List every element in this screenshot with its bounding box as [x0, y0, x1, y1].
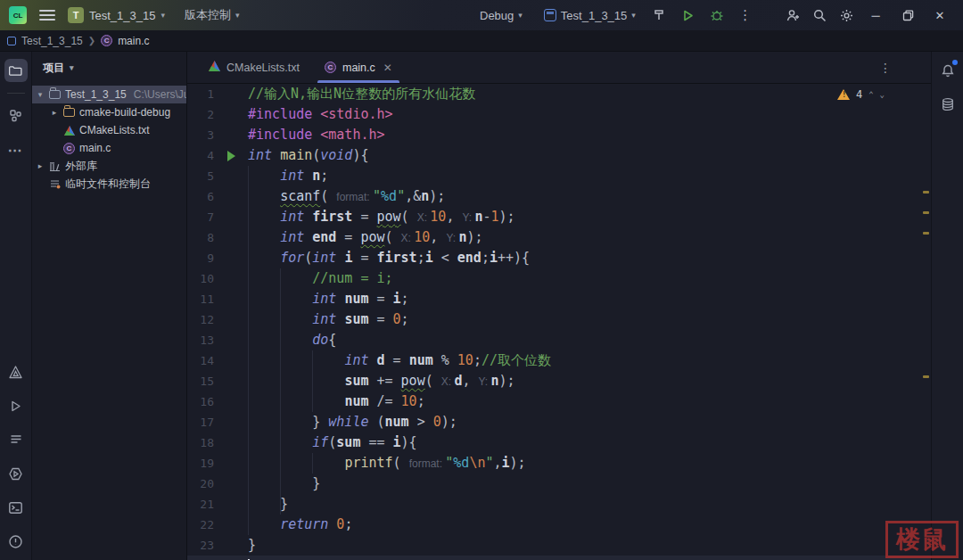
parameter-hint: Y:	[479, 375, 491, 388]
tab-main.c[interactable]: Cmain.c✕	[312, 52, 405, 83]
code-text[interactable]: int end = pow( X: 10, Y: n);	[248, 227, 931, 248]
build-mode-selector[interactable]: Debug ▾	[480, 9, 523, 22]
vcs-widget[interactable]: 版本控制 ▾	[185, 7, 240, 23]
code-text[interactable]: int n;	[248, 166, 931, 186]
code-text[interactable]: #include <stdio.h>	[248, 104, 931, 125]
problems-icon[interactable]	[4, 530, 28, 553]
code-text[interactable]: sum += pow( X: d, Y: n);	[248, 371, 931, 391]
run-tool-icon[interactable]	[4, 394, 28, 417]
chevron-right-icon[interactable]: ▸	[50, 108, 59, 117]
line-number: 7	[187, 207, 214, 227]
code-text[interactable]: scanf( format: "%d",&n);	[248, 186, 931, 207]
project-folder-icon	[48, 88, 62, 102]
more-tools-icon[interactable]: ⋯	[4, 138, 28, 161]
code-text[interactable]: num /= 10;	[248, 391, 931, 412]
search-icon[interactable]	[810, 5, 829, 25]
gutter-spacer	[214, 432, 248, 453]
tab-CMakeLists.txt[interactable]: CMakeLists.txt	[196, 52, 312, 83]
code-editor[interactable]: 4 ⌃ ⌄ 1//输入N,输出N位整数的所有水仙花数2#include <std…	[187, 84, 931, 560]
parameter-hint: Y:	[462, 211, 474, 224]
database-icon[interactable]	[936, 93, 959, 116]
code-text[interactable]: return 0;	[248, 515, 931, 535]
right-tool-strip	[931, 52, 963, 560]
chevron-down-icon[interactable]: ▾	[36, 90, 45, 99]
tree-item-main.c[interactable]: Cmain.c	[32, 139, 186, 157]
tree-item-cmake-build-debug[interactable]: ▸cmake-build-debug	[32, 103, 186, 121]
code-line-18: 18 if(sum == i){	[187, 432, 931, 453]
minimize-button[interactable]: ─	[863, 3, 888, 28]
code-text[interactable]: //num = i;	[248, 268, 931, 289]
terminal-icon[interactable]	[4, 496, 28, 519]
line-number: 12	[187, 309, 214, 330]
services-icon[interactable]	[4, 462, 28, 485]
code-text[interactable]: } while (num > 0);	[248, 412, 931, 432]
code-text[interactable]: for(int i = first;i < end;i++){	[248, 248, 931, 268]
gutter-spacer	[214, 474, 248, 494]
project-panel-header[interactable]: 项目 ▾	[32, 52, 186, 84]
code-text[interactable]: }	[248, 535, 931, 556]
project-tool-icon[interactable]	[4, 59, 28, 82]
code-text[interactable]: }	[248, 494, 931, 515]
code-text[interactable]: int d = num % 10;//取个位数	[248, 350, 931, 371]
main-menu-icon[interactable]	[39, 10, 55, 21]
code-text[interactable]: #include <math.h>	[248, 125, 931, 145]
code-text[interactable]: }	[248, 474, 931, 494]
c-file-icon: C	[325, 62, 336, 73]
code-text[interactable]: int sum = 0;	[248, 309, 931, 330]
settings-gear-icon[interactable]	[836, 5, 856, 25]
line-number: 9	[187, 248, 214, 268]
line-number: 18	[187, 432, 214, 453]
code-text[interactable]: int main(void){	[248, 145, 931, 166]
line-number: 19	[187, 453, 214, 474]
tree-item-Test_1_3_15[interactable]: ▾Test_1_3_15C:\Users\Ju	[32, 86, 186, 103]
project-selector[interactable]: T Test_1_3_15 ▾	[68, 7, 165, 23]
debug-bug-icon[interactable]	[707, 5, 727, 25]
line-number: 10	[187, 268, 214, 289]
add-user-icon[interactable]	[783, 5, 802, 25]
code-line-2: 2#include <stdio.h>	[187, 104, 931, 125]
notification-badge	[952, 60, 958, 65]
breadcrumb: Test_1_3_15 ❯ C main.c	[0, 30, 963, 52]
code-line-24: 24	[187, 556, 931, 560]
code-line-13: 13 do{	[187, 330, 931, 350]
code-line-7: 7 int first = pow( X: 10, Y: n-1);	[187, 207, 931, 227]
code-line-21: 21 }	[187, 494, 931, 515]
cmake-file-icon	[209, 61, 220, 74]
code-line-12: 12 int sum = 0;	[187, 309, 931, 330]
chevron-down-icon: ▾	[518, 11, 523, 20]
project-panel-title: 项目	[43, 61, 64, 76]
code-line-20: 20 }	[187, 474, 931, 494]
run-button-icon[interactable]	[679, 5, 698, 25]
notifications-bell-icon[interactable]	[936, 59, 959, 82]
gutter-spacer	[214, 84, 248, 104]
run-config-selector[interactable]: Test_1_3_15 ▾	[544, 9, 636, 22]
build-hammer-icon[interactable]	[650, 5, 670, 25]
tree-item-临时文件和控制台[interactable]: 临时文件和控制台	[32, 175, 186, 193]
close-window-button[interactable]: ✕	[927, 3, 952, 28]
chevron-right-icon[interactable]: ▸	[36, 161, 45, 170]
tab-options-icon[interactable]: ⋮	[879, 61, 892, 75]
parameter-hint: X:	[417, 211, 431, 224]
code-text[interactable]: //输入N,输出N位整数的所有水仙花数	[248, 84, 931, 104]
run-main-gutter-icon[interactable]	[214, 145, 248, 166]
cmake-icon[interactable]	[4, 360, 28, 383]
restore-button[interactable]	[895, 3, 920, 28]
code-text[interactable]: printf( format: "%d\n",i);	[248, 453, 931, 474]
code-text[interactable]: int num = i;	[248, 289, 931, 309]
code-text[interactable]: int first = pow( X: 10, Y: n-1);	[248, 207, 931, 227]
breadcrumb-file[interactable]: main.c	[118, 35, 149, 47]
code-line-9: 9 for(int i = first;i < end;i++){	[187, 248, 931, 268]
structure-icon[interactable]	[4, 104, 28, 128]
todo-list-icon[interactable]	[4, 428, 28, 451]
code-text[interactable]: do{	[248, 330, 931, 350]
code-text[interactable]	[248, 556, 931, 560]
tree-item-外部库[interactable]: ▸外部库	[32, 157, 186, 175]
line-number: 11	[187, 289, 214, 309]
tab-close-icon[interactable]: ✕	[383, 62, 392, 74]
tree-item-label: cmake-build-debug	[79, 106, 170, 119]
tree-item-CMakeLists.txt[interactable]: CMakeLists.txt	[32, 121, 186, 139]
breadcrumb-project[interactable]: Test_1_3_15	[21, 35, 83, 47]
more-actions-icon[interactable]: ⋮	[736, 5, 755, 25]
parameter-hint: X:	[441, 375, 455, 388]
code-text[interactable]: if(sum == i){	[248, 432, 931, 453]
